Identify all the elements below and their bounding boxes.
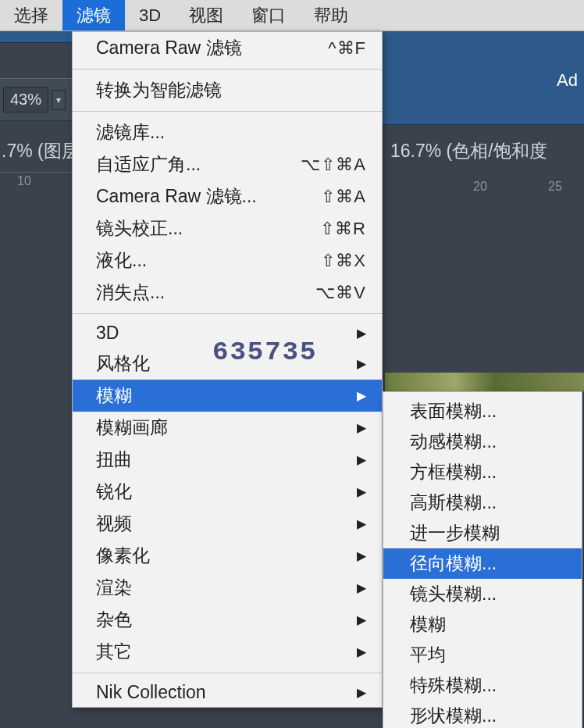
submenu-item-lens-blur[interactable]: 镜头模糊... [383, 579, 582, 609]
menu-separator [73, 673, 382, 673]
submenu-arrow-icon: ▶ [357, 356, 366, 371]
menu-item-liquify[interactable]: 液化... ⇧⌘X [73, 244, 382, 277]
menu-item-stylize-submenu[interactable]: 风格化 ▶ [73, 348, 382, 380]
menu-item-filter-gallery[interactable]: 滤镜库... [73, 116, 382, 148]
menu-item-label: 镜头校正... [96, 216, 183, 241]
menu-item-camera-raw-filter-last[interactable]: Camera Raw 滤镜 ^⌘F [73, 32, 382, 64]
ruler-tick: 25 [548, 180, 562, 194]
submenu-arrow-icon: ▶ [357, 580, 366, 595]
filter-menu-dropdown: Camera Raw 滤镜 ^⌘F 转换为智能滤镜 滤镜库... 自适应广角..… [72, 31, 383, 708]
menu-item-label: 锐化 [96, 480, 132, 504]
submenu-item-radial-blur[interactable]: 径向模糊... [383, 548, 582, 579]
menu-item-label: 液化... [96, 248, 147, 273]
ruler-tick: 20 [473, 180, 487, 194]
menu-item-shortcut: ⇧⌘R [320, 219, 366, 239]
submenu-item-motion-blur[interactable]: 动感模糊... [383, 426, 582, 457]
ruler-tick: 10 [17, 174, 31, 188]
ruler-horizontal: 10 [0, 172, 72, 194]
menu-item-shortcut: ⌥⌘V [315, 283, 366, 303]
menu-item-video-submenu[interactable]: 视频 ▶ [73, 508, 382, 540]
menu-item-label: 杂色 [96, 608, 132, 632]
menu-item-adaptive-wide-angle[interactable]: 自适应广角... ⌥⇧⌘A [73, 148, 382, 180]
menu-item-blur-gallery-submenu[interactable]: 模糊画廊 ▶ [73, 412, 382, 444]
menu-item-label: 风格化 [96, 352, 150, 376]
adobe-label: Ad [557, 70, 578, 91]
menu-separator [73, 313, 382, 314]
menu-separator [73, 111, 382, 112]
submenu-arrow-icon: ▶ [357, 516, 366, 531]
submenu-item-shape-blur[interactable]: 形状模糊... [383, 701, 582, 728]
menu-item-label: 像素化 [96, 544, 150, 568]
menu-item-noise-submenu[interactable]: 杂色 ▶ [73, 604, 382, 636]
app-chrome-strip-right: Ad [383, 31, 584, 125]
menubar: 选择 滤镜 3D 视图 窗口 帮助 [0, 0, 584, 31]
menu-item-shortcut: ⇧⌘X [321, 251, 366, 271]
options-toolbar: 43% ▾ [0, 78, 72, 121]
zoom-dropdown-caret[interactable]: ▾ [52, 90, 66, 110]
submenu-arrow-icon: ▶ [357, 612, 366, 627]
menubar-item-select[interactable]: 选择 [0, 0, 62, 30]
menubar-item-window[interactable]: 窗口 [237, 0, 300, 30]
menu-item-distort-submenu[interactable]: 扭曲 ▶ [73, 444, 382, 476]
menubar-item-help[interactable]: 帮助 [300, 0, 362, 30]
menu-item-label: 滤镜库... [96, 120, 165, 145]
submenu-item-blur[interactable]: 模糊 [383, 609, 582, 640]
menu-item-label: 渲染 [96, 576, 132, 600]
submenu-arrow-icon: ▶ [357, 452, 366, 467]
menu-item-label: Camera Raw 滤镜... [96, 184, 257, 209]
submenu-arrow-icon: ▶ [357, 548, 366, 563]
menu-item-nik-collection-submenu[interactable]: Nik Collection ▶ [73, 678, 382, 707]
menubar-item-view[interactable]: 视图 [175, 0, 237, 30]
menu-item-label: Camera Raw 滤镜 [96, 36, 242, 60]
menu-item-label: 扭曲 [96, 448, 132, 472]
menu-item-label: 视频 [96, 512, 132, 536]
menubar-item-filter[interactable]: 滤镜 [62, 0, 125, 30]
menu-item-3d-submenu[interactable]: 3D ▶ [73, 319, 382, 348]
menu-item-label: 模糊画廊 [96, 416, 168, 440]
menu-item-shortcut: ⌥⇧⌘A [301, 155, 366, 175]
submenu-item-surface-blur[interactable]: 表面模糊... [383, 396, 582, 426]
submenu-item-smart-blur[interactable]: 特殊模糊... [383, 670, 582, 701]
submenu-arrow-icon: ▶ [357, 326, 366, 341]
submenu-item-gaussian-blur[interactable]: 高斯模糊... [383, 487, 582, 518]
submenu-item-average[interactable]: 平均 [383, 640, 582, 670]
menu-item-label: 消失点... [96, 280, 165, 305]
submenu-item-box-blur[interactable]: 方框模糊... [383, 457, 582, 487]
submenu-item-blur-more[interactable]: 进一步模糊 [383, 518, 582, 548]
menu-separator [73, 69, 382, 70]
menu-item-sharpen-submenu[interactable]: 锐化 ▶ [73, 476, 382, 508]
canvas-sliver [385, 373, 584, 391]
document-tab-2[interactable]: 16.7% (色相/饱和度 [390, 134, 584, 168]
menu-item-blur-submenu[interactable]: 模糊 ▶ [73, 380, 382, 412]
menu-item-lens-correction[interactable]: 镜头校正... ⇧⌘R [73, 212, 382, 244]
zoom-input[interactable]: 43% [3, 87, 48, 112]
menu-item-label: 转换为智能滤镜 [96, 78, 222, 102]
submenu-arrow-icon: ▶ [357, 420, 366, 435]
submenu-arrow-icon: ▶ [357, 388, 366, 403]
menu-item-vanishing-point[interactable]: 消失点... ⌥⌘V [73, 277, 382, 309]
ruler-horizontal-right: 20 25 [384, 178, 584, 200]
submenu-arrow-icon: ▶ [357, 484, 366, 499]
blur-submenu: 表面模糊... 动感模糊... 方框模糊... 高斯模糊... 进一步模糊 径向… [383, 391, 582, 728]
menu-item-other-submenu[interactable]: 其它 ▶ [73, 636, 382, 668]
submenu-arrow-icon: ▶ [357, 685, 366, 700]
menu-item-pixelate-submenu[interactable]: 像素化 ▶ [73, 540, 382, 572]
app-chrome-strip [0, 31, 72, 43]
menubar-item-3d[interactable]: 3D [125, 0, 175, 30]
menu-item-label: 自适应广角... [96, 152, 201, 177]
menu-item-shortcut: ^⌘F [328, 38, 366, 59]
menu-item-render-submenu[interactable]: 渲染 ▶ [73, 572, 382, 604]
submenu-arrow-icon: ▶ [357, 644, 366, 659]
menu-item-label: 其它 [96, 640, 132, 664]
menu-item-label: 3D [96, 323, 119, 344]
menu-item-label: 模糊 [96, 384, 132, 408]
menu-item-convert-smart-filter[interactable]: 转换为智能滤镜 [73, 74, 382, 106]
menu-item-camera-raw-filter[interactable]: Camera Raw 滤镜... ⇧⌘A [73, 180, 382, 212]
document-tab-1[interactable]: .7% (图层 [0, 134, 72, 168]
menu-item-shortcut: ⇧⌘A [321, 187, 366, 207]
menu-item-label: Nik Collection [96, 682, 206, 703]
